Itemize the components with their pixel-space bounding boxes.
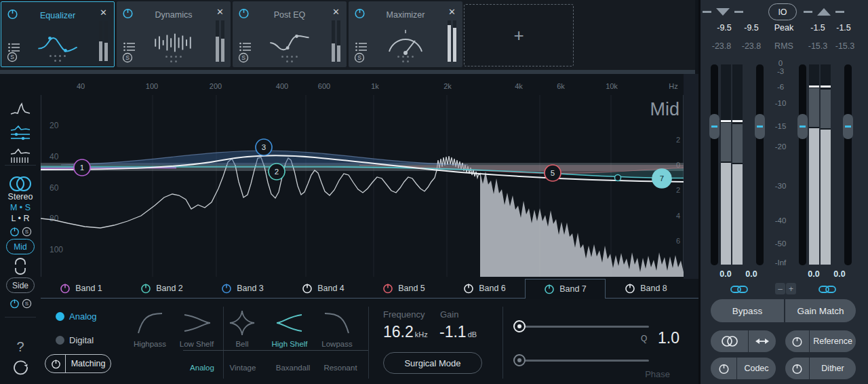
shape-label[interactable]: Highpass (123, 340, 177, 348)
band-power-icon[interactable] (544, 284, 555, 294)
band-handle[interactable] (615, 175, 621, 181)
reference-power-button[interactable] (785, 330, 809, 352)
close-icon[interactable]: ✕ (216, 7, 224, 16)
module-card-equalizer[interactable]: Equalizer ✕ S (1, 1, 115, 67)
input-link-icon[interactable] (730, 284, 748, 294)
preset-list-icon[interactable] (123, 42, 136, 52)
eq-spectrum-options-icon[interactable] (9, 125, 31, 142)
shape-highshelf-icon[interactable] (275, 309, 304, 339)
solo-icon[interactable]: S (354, 52, 365, 63)
shape-lowshelf-icon[interactable] (182, 309, 212, 339)
frequency-value[interactable]: 16.2 kHz (383, 323, 428, 341)
stereo-mode-button[interactable] (711, 330, 748, 352)
gain-match-button[interactable]: Gain Match (785, 299, 856, 322)
module-card-dynamics[interactable]: Dynamics ✕ S (117, 1, 231, 67)
power-icon[interactable] (51, 359, 61, 369)
band-tab[interactable]: Band 5 (363, 279, 444, 299)
spectrum-view-icon[interactable] (9, 102, 31, 117)
input-trim-down-icon[interactable] (715, 8, 730, 16)
band-power-icon[interactable] (625, 283, 635, 294)
fader-handle[interactable] (797, 114, 808, 139)
surgical-mode-button[interactable]: Surgical Mode (383, 352, 482, 374)
mid-side-mode-label[interactable]: M • S (0, 203, 41, 212)
side-solo-icon[interactable]: S (22, 299, 32, 309)
band-tab[interactable]: Band 4 (283, 279, 363, 299)
mid-solo-icon[interactable]: S (22, 227, 32, 237)
analog-radio-label[interactable]: Analog (69, 311, 96, 322)
band-tab[interactable]: Band 3 (202, 279, 283, 299)
q-slider-knob[interactable] (513, 320, 526, 332)
close-icon[interactable]: ✕ (448, 7, 456, 16)
eq-spectrum-plot[interactable]: 32157 (41, 95, 684, 277)
band-power-icon[interactable] (60, 283, 71, 294)
io-button[interactable]: IO (768, 3, 797, 20)
band-tab[interactable]: Band 2 (121, 279, 202, 299)
shape-label[interactable]: Lowpass (310, 340, 364, 348)
mid-power-icon[interactable] (9, 227, 20, 237)
add-module-button[interactable]: + (464, 4, 574, 66)
digital-radio-label[interactable]: Digital (69, 335, 94, 345)
mid-channel-button[interactable]: Mid (6, 239, 35, 254)
side-power-icon[interactable] (9, 299, 20, 309)
frequency-number[interactable]: 16.2 (383, 323, 414, 341)
drag-handle-icon[interactable] (397, 56, 414, 62)
output-link-icon[interactable] (818, 284, 836, 294)
shelf-type-label[interactable]: Baxandall (266, 364, 320, 372)
band-power-icon[interactable] (382, 283, 393, 294)
gain-value[interactable]: -1.1 dB (439, 323, 477, 341)
phase-slider-track[interactable] (519, 360, 649, 362)
bypass-button[interactable]: Bypass (711, 299, 784, 322)
solo-icon[interactable]: S (122, 52, 133, 63)
digital-radio[interactable] (56, 336, 64, 345)
drag-handle-icon[interactable] (49, 55, 66, 62)
solo-icon[interactable]: S (7, 52, 18, 62)
solo-icon[interactable]: S (238, 52, 249, 63)
analog-radio[interactable] (56, 312, 64, 321)
phase-slider-knob[interactable] (513, 354, 526, 366)
trim-plus-button[interactable]: + (786, 283, 796, 294)
band-tab[interactable]: Band 7 (525, 279, 606, 299)
close-icon[interactable]: ✕ (332, 7, 340, 16)
spectrogram-view-icon[interactable] (9, 148, 31, 164)
stereo-circles-icon[interactable] (8, 175, 33, 193)
link-channels-icon[interactable] (14, 258, 27, 275)
shape-label[interactable]: High Shelf (262, 340, 317, 348)
history-undo-icon[interactable] (12, 358, 29, 375)
module-card-maximizer[interactable]: Maximizer ✕ S (349, 1, 462, 67)
help-icon[interactable]: ? (0, 339, 41, 355)
shelf-type-label[interactable]: Resonant (313, 364, 368, 372)
band-power-icon[interactable] (463, 283, 474, 294)
shape-label[interactable]: Bell (215, 340, 269, 348)
swap-channels-button[interactable] (749, 330, 776, 352)
shape-lowpass-icon[interactable] (322, 309, 352, 339)
module-card-post-eq[interactable]: Post EQ ✕ S (233, 1, 347, 67)
preset-list-icon[interactable] (355, 42, 368, 52)
fader-handle[interactable] (755, 114, 765, 139)
drag-handle-icon[interactable] (281, 56, 298, 62)
shape-highpass-icon[interactable] (135, 309, 165, 339)
gain-number[interactable]: -1.1 (439, 323, 467, 341)
side-channel-button[interactable]: Side (6, 277, 35, 293)
band-power-icon[interactable] (302, 283, 313, 294)
close-icon[interactable]: ✕ (100, 8, 107, 17)
band-tab[interactable]: Band 8 (606, 279, 686, 299)
codec-power-button[interactable] (711, 358, 736, 379)
band-power-icon[interactable] (140, 283, 151, 294)
matching-button[interactable]: Matching (45, 354, 111, 373)
shape-bell-icon[interactable] (227, 309, 257, 339)
trim-minus-button[interactable]: – (775, 283, 785, 294)
preset-list-icon[interactable] (239, 42, 252, 52)
band-tab[interactable]: Band 6 (444, 279, 525, 299)
band-power-icon[interactable] (221, 283, 232, 294)
band-tab[interactable]: Band 1 (41, 279, 121, 299)
dither-power-button[interactable] (785, 358, 809, 379)
fader-handle[interactable] (709, 114, 719, 139)
q-slider-track[interactable] (519, 326, 649, 328)
dither-button[interactable]: Dither (810, 358, 856, 379)
codec-button[interactable]: Codec (737, 358, 776, 379)
shelf-type-label[interactable]: Vintage (216, 364, 270, 372)
left-right-mode-label[interactable]: L • R (0, 214, 41, 223)
output-trim-up-icon[interactable] (816, 8, 831, 16)
drag-handle-icon[interactable] (165, 56, 182, 62)
fader-handle[interactable] (843, 114, 853, 139)
